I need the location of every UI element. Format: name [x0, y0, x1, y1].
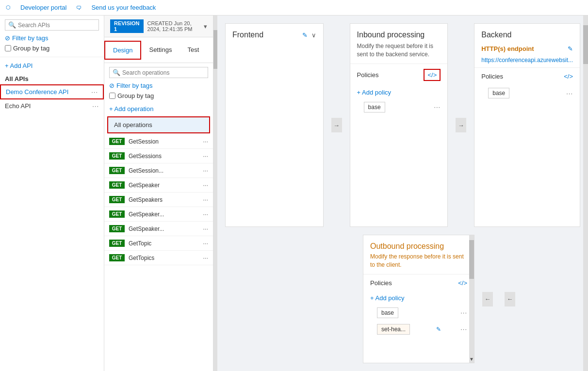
feedback-link[interactable]: Send us your feedback — [91, 4, 156, 11]
outbound-card-title: Outbound processing — [370, 242, 444, 251]
op-method-badge: GET — [109, 240, 125, 247]
right-scrollbar[interactable] — [583, 16, 588, 235]
api-item-echo[interactable]: Echo API ··· — [0, 99, 104, 113]
outbound-scroll-down-btn[interactable]: ▼ — [469, 356, 474, 362]
op-method-badge: GET — [109, 167, 125, 174]
inbound-card: Inbound processing Modify the request be… — [350, 23, 448, 227]
tab-design[interactable]: Design — [104, 41, 141, 60]
sidebar-divider — [0, 57, 104, 57]
op-dots-menu[interactable]: ··· — [203, 210, 208, 218]
inbound-add-policy-btn[interactable]: + Add policy — [350, 86, 448, 99]
op-row-getspeakers[interactable]: GET GetSpeakers ··· — [104, 193, 213, 207]
inbound-policies-row: Policies </> — [350, 64, 448, 86]
op-method-badge: GET — [109, 181, 125, 189]
backend-policy-dots[interactable]: ··· — [566, 90, 573, 97]
arrow-right-inbound[interactable]: → — [456, 118, 466, 132]
ops-search-icon: 🔍 — [113, 69, 120, 76]
main-container: 🔍 ⊘ Filter by tags Group by tag + Add AP… — [0, 16, 588, 371]
filter-by-tags-row[interactable]: ⊘ Filter by tags — [0, 32, 104, 44]
all-operations-item[interactable]: All operations — [107, 116, 210, 133]
op-row-getsession2[interactable]: GET GetSession... ··· — [104, 163, 213, 178]
frontend-chevron-icon[interactable]: ∨ — [311, 32, 316, 39]
op-row-getsessions[interactable]: GET GetSessions ··· — [104, 149, 213, 163]
top-bar: ⬡ Developer portal 🗨 Send us your feedba… — [0, 0, 588, 16]
backend-code-icon[interactable]: </> — [564, 73, 573, 80]
ops-search-input[interactable] — [122, 69, 205, 76]
api-search-input[interactable] — [18, 22, 96, 29]
outbound-code-icon[interactable]: </> — [458, 279, 467, 287]
frontend-card: Frontend ✎ ∨ — [225, 23, 324, 227]
cards-row-1: Frontend ✎ ∨ → Inbound processing Modify… — [217, 16, 588, 235]
outbound-setha-dots[interactable]: ··· — [460, 325, 467, 333]
op-row-getsession[interactable]: GET GetSession ··· — [104, 134, 213, 149]
operations-panel: 🔍 ⊘ Filter by tags Group by tag + Add op… — [104, 63, 213, 371]
inbound-base-chip[interactable]: base — [364, 102, 385, 113]
outbound-card: Outbound processing Modify the response … — [363, 235, 474, 363]
revision-dropdown-icon[interactable]: ▾ — [204, 23, 207, 30]
backend-card-title: Backend — [474, 24, 580, 42]
op-row-getspeaker[interactable]: GET GetSpeaker ··· — [104, 178, 213, 193]
op-row-gettopic[interactable]: GET GetTopic ··· — [104, 236, 213, 251]
inbound-code-icon-btn[interactable]: </> — [424, 69, 441, 81]
op-method-badge: GET — [109, 138, 125, 145]
op-dots-menu[interactable]: ··· — [203, 138, 208, 145]
ops-group-row[interactable]: Group by tag — [104, 91, 213, 102]
inbound-card-title: Inbound processing — [350, 24, 448, 42]
outbound-base-chip[interactable]: base — [377, 307, 398, 318]
op-method-badge: GET — [109, 196, 125, 203]
outbound-setha-edit-icon[interactable]: ✎ — [436, 326, 441, 333]
op-dots-menu[interactable]: ··· — [203, 254, 208, 261]
left-sidebar: 🔍 ⊘ Filter by tags Group by tag + Add AP… — [0, 16, 104, 371]
outbound-add-policy-btn[interactable]: + Add policy — [363, 291, 474, 305]
group-by-tag-checkbox[interactable] — [5, 45, 11, 51]
arrow-right-frontend[interactable]: → — [331, 118, 342, 132]
api-item-demo-conference[interactable]: Demo Conference API ··· — [0, 84, 104, 99]
content-area: Frontend ✎ ∨ → Inbound processing Modify… — [213, 16, 588, 371]
op-dots-menu[interactable]: ··· — [203, 167, 208, 174]
op-method-badge: GET — [109, 254, 125, 261]
api-item-demo-menu[interactable]: ··· — [91, 88, 98, 96]
ops-filter-row[interactable]: ⊘ Filter by tags — [104, 80, 213, 91]
tab-settings[interactable]: Settings — [141, 41, 180, 59]
add-api-button[interactable]: + Add API — [0, 59, 104, 72]
backend-base-chip[interactable]: base — [488, 88, 509, 98]
tab-test[interactable]: Test — [180, 41, 207, 59]
dev-portal-link[interactable]: Developer portal — [20, 4, 66, 11]
left-scrollbar[interactable] — [213, 16, 217, 371]
outbound-scrollbar[interactable]: ▼ — [469, 235, 474, 363]
op-row-gettopics[interactable]: GET GetTopics ··· — [104, 251, 213, 265]
revision-bar: REVISION 1 CREATED Jun 20, 2024, 12:41:3… — [104, 16, 213, 37]
arrow-left-backend[interactable]: ← — [505, 292, 515, 306]
inbound-card-desc: Modify the request before it is sent to … — [350, 42, 448, 64]
op-row-getspeaker3[interactable]: GET GetSpeaker... ··· — [104, 222, 213, 236]
sidebar-search-area: 🔍 — [0, 16, 104, 32]
api-search-box[interactable]: 🔍 — [5, 19, 99, 31]
ops-search-box[interactable]: 🔍 — [109, 67, 208, 78]
group-by-tag-row[interactable]: Group by tag — [0, 44, 104, 55]
backend-endpoint-edit-icon[interactable]: ✎ — [568, 45, 573, 52]
op-dots-menu[interactable]: ··· — [203, 225, 208, 232]
op-dots-menu[interactable]: ··· — [203, 152, 208, 160]
op-row-getspeaker2[interactable]: GET GetSpeaker... ··· — [104, 207, 213, 222]
outbound-setha-chip[interactable]: set-hea... — [377, 324, 410, 335]
inbound-base-policy-row: base ··· — [350, 99, 448, 115]
inbound-policy-dots[interactable]: ··· — [434, 103, 441, 111]
frontend-card-title: Frontend — [232, 31, 263, 39]
backend-endpoint-url[interactable]: https://conferenceapi.azurewebsit... — [481, 57, 573, 64]
frontend-edit-icon[interactable]: ✎ — [302, 32, 308, 39]
ops-filter-icon: ⊘ — [109, 82, 114, 89]
op-dots-menu[interactable]: ··· — [203, 240, 208, 247]
code-icon: </> — [427, 71, 437, 79]
outbound-setha-policy-row: set-hea... ✎ ··· — [363, 321, 474, 338]
backend-endpoint-label: HTTP(s) endpoint — [481, 45, 534, 52]
backend-policies-row: Policies </> — [474, 68, 580, 85]
right-scrollbar-thumb — [583, 25, 588, 64]
ops-group-checkbox[interactable] — [109, 93, 115, 99]
add-operation-button[interactable]: + Add operation — [104, 102, 213, 115]
op-dots-menu[interactable]: ··· — [203, 196, 208, 203]
outbound-base-dots[interactable]: ··· — [460, 309, 467, 316]
api-item-echo-menu[interactable]: ··· — [92, 102, 99, 110]
op-dots-menu[interactable]: ··· — [203, 181, 208, 189]
outbound-scrollbar-thumb — [469, 240, 474, 279]
arrow-left-outbound[interactable]: ← — [482, 292, 493, 306]
